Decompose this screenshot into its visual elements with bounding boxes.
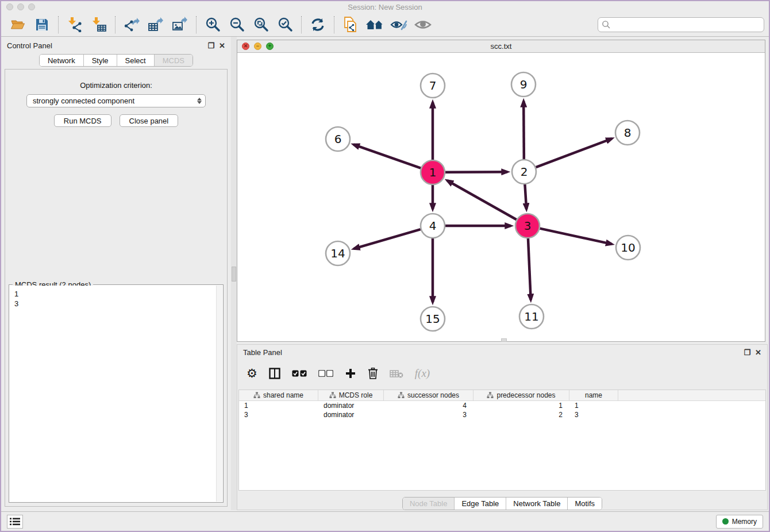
memory-label: Memory	[732, 518, 757, 526]
export-image-icon[interactable]	[168, 14, 192, 35]
graph-edge-3-11[interactable]	[528, 238, 531, 300]
control-panel-tabs: Network Style Select MCDS	[1, 54, 231, 67]
table-column-view-icon[interactable]	[269, 368, 280, 379]
table-panel-title: Table Panel	[243, 348, 282, 357]
graph-edge-1-6[interactable]	[353, 145, 421, 168]
eye-icon	[414, 18, 432, 31]
mcds-result-text[interactable]: 1 3	[10, 286, 216, 502]
column-header-predecessor-nodes[interactable]: predecessor nodes	[473, 390, 569, 400]
control-panel: Control Panel ❐ ✕ Network Style Select M…	[1, 37, 231, 510]
column-type-icon	[398, 392, 405, 399]
select-all-columns-icon[interactable]	[292, 370, 307, 377]
mcds-result-fieldset: MCDS result (2 nodes) 1 3	[9, 284, 224, 503]
import-network-icon[interactable]	[63, 14, 87, 35]
tab-network-table[interactable]: Network Table	[506, 498, 568, 510]
cell-successor-nodes[interactable]: 4	[384, 402, 473, 410]
toolbar-separator	[115, 16, 116, 33]
network-canvas[interactable]: 7968124314101511	[237, 53, 765, 341]
task-history-button[interactable]	[7, 515, 23, 529]
select-spinner-icon	[197, 98, 202, 104]
graph-edge-2-3[interactable]	[525, 184, 526, 209]
cell-predecessor-nodes[interactable]: 1	[473, 402, 569, 410]
import-table-icon[interactable]	[87, 14, 111, 35]
export-table-icon[interactable]	[144, 14, 168, 35]
toolbar-separator	[301, 16, 302, 33]
list-icon	[10, 518, 20, 526]
graph-node-label-1: 1	[429, 165, 437, 179]
zoom-fit-icon[interactable]	[249, 14, 273, 35]
column-header-mcds-role[interactable]: MCDS role	[318, 390, 384, 400]
run-mcds-button[interactable]: Run MCDS	[54, 114, 111, 127]
cell-successor-nodes[interactable]: 3	[384, 411, 473, 419]
mcds-result-scrollbar[interactable]	[216, 286, 222, 502]
export-image-glyph-icon	[172, 17, 188, 32]
cell-shared-name[interactable]: 3	[239, 411, 318, 419]
apply-layout-icon[interactable]	[306, 14, 330, 35]
graph-edge-4-14[interactable]	[354, 229, 421, 249]
duplicate-network-icon[interactable]	[338, 14, 363, 35]
close-panel-button[interactable]: Close panel	[120, 114, 179, 127]
column-type-icon	[487, 392, 494, 399]
network-splitter-grip[interactable]	[501, 338, 507, 342]
create-column-plus-icon[interactable]	[345, 368, 356, 379]
folder-open-icon	[10, 17, 25, 32]
hide-graphics-details-icon[interactable]	[387, 14, 411, 35]
float-table-panel-icon[interactable]: ❐	[744, 349, 750, 356]
close-panel-icon[interactable]: ✕	[219, 42, 225, 49]
criterion-select[interactable]: strongly connected component	[26, 94, 206, 107]
toolbar-separator	[334, 16, 334, 33]
tab-network[interactable]: Network	[40, 55, 84, 66]
save-session-icon[interactable]	[30, 14, 54, 35]
delete-table-icon[interactable]	[390, 369, 403, 378]
open-file-icon[interactable]	[6, 14, 30, 35]
graph-edge-1-2[interactable]	[445, 172, 507, 172]
deselect-all-columns-icon[interactable]	[318, 370, 333, 377]
cell-name[interactable]: 3	[569, 411, 618, 419]
tab-edge-table[interactable]: Edge Table	[455, 498, 506, 510]
cell-shared-name[interactable]: 1	[239, 402, 318, 410]
table-row[interactable]: 1 dominator 4 1 1	[239, 401, 765, 410]
show-all-networks-icon[interactable]	[363, 14, 387, 35]
optimization-criterion-label: Optimization criterion:	[5, 81, 227, 90]
birdseye-view-icon[interactable]	[411, 14, 435, 35]
splitter-grip[interactable]	[232, 267, 236, 282]
column-header-name[interactable]: name	[569, 390, 618, 400]
close-table-panel-icon[interactable]: ✕	[755, 349, 761, 356]
cell-mcds-role[interactable]: dominator	[318, 402, 384, 410]
graph-edge-2-8[interactable]	[536, 138, 612, 167]
panel-splitter[interactable]	[231, 37, 237, 510]
graph-edge-3-10[interactable]	[540, 229, 611, 244]
cell-predecessor-nodes[interactable]: 2	[473, 411, 569, 419]
tab-node-table[interactable]: Node Table	[403, 498, 455, 510]
cell-name[interactable]: 1	[569, 402, 618, 410]
graph-node-label-2: 2	[521, 165, 528, 179]
magnifier-check-icon	[278, 17, 293, 32]
float-panel-icon[interactable]: ❐	[207, 42, 214, 49]
tab-mcds[interactable]: MCDS	[155, 55, 192, 66]
table-settings-gear-icon[interactable]: ⚙	[247, 368, 257, 380]
export-network-icon[interactable]	[120, 14, 144, 35]
search-icon	[602, 20, 611, 29]
function-builder-icon[interactable]: f(x)	[415, 367, 430, 380]
zoom-out-icon[interactable]	[225, 14, 249, 35]
export-network-glyph-icon	[124, 17, 140, 32]
graph-edge-2-9[interactable]	[523, 101, 524, 159]
tab-motifs[interactable]: Motifs	[568, 498, 602, 510]
search-input[interactable]	[598, 17, 764, 32]
column-header-shared-name[interactable]: shared name	[239, 390, 318, 400]
graph-edge-3-1[interactable]	[447, 180, 517, 219]
graph-node-label-4: 4	[429, 219, 437, 233]
zoom-selected-icon[interactable]	[273, 14, 297, 35]
graph-node-label-6: 6	[334, 132, 342, 146]
cell-mcds-role[interactable]: dominator	[318, 411, 384, 419]
delete-column-trash-icon[interactable]	[368, 368, 378, 379]
tab-select[interactable]: Select	[117, 55, 155, 66]
column-header-successor-nodes[interactable]: successor nodes	[384, 390, 473, 400]
table-toolbar: ⚙	[237, 360, 767, 387]
node-table: shared name MCDS role successor nodes pr…	[238, 390, 766, 491]
search-container	[598, 17, 764, 32]
tab-style[interactable]: Style	[84, 55, 117, 66]
memory-button[interactable]: Memory	[716, 515, 763, 529]
table-row[interactable]: 3 dominator 3 2 3	[239, 410, 765, 419]
zoom-in-icon[interactable]	[201, 14, 225, 35]
